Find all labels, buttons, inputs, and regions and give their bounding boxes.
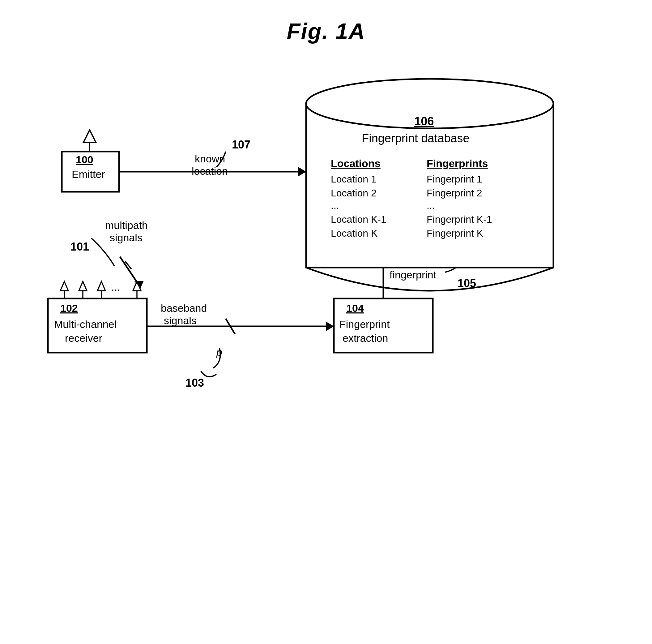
db-col-fingerprints: Fingerprints bbox=[427, 157, 488, 169]
db-row1-loc: Location 1 bbox=[331, 174, 377, 185]
db-rowk-fp: Fingerprint K bbox=[427, 228, 483, 239]
label-fingerprint: fingerprint bbox=[389, 269, 436, 281]
label-107: 107 bbox=[232, 138, 250, 151]
db-row-dots-loc: ... bbox=[331, 200, 339, 211]
db-row-dots-fp: ... bbox=[427, 200, 435, 211]
figure-title: Fig. 1A bbox=[0, 0, 652, 44]
db-rowk-loc: Location K bbox=[331, 228, 378, 239]
fp-extraction-label-2: extraction bbox=[343, 332, 388, 344]
label-multipath: multipath bbox=[105, 219, 148, 231]
svg-marker-0 bbox=[83, 130, 96, 142]
fp-extraction-id: 104 bbox=[346, 302, 364, 314]
receiver-label-1: Multi-channel bbox=[54, 318, 116, 330]
receiver-label-2: receiver bbox=[65, 332, 102, 344]
receiver-antennas: ... bbox=[60, 281, 141, 299]
db-label: Fingerprint database bbox=[362, 132, 470, 145]
known-loc-arrowhead bbox=[298, 167, 306, 176]
svg-text:...: ... bbox=[111, 281, 120, 293]
db-rowk1-loc: Location K-1 bbox=[331, 214, 386, 225]
emitter-label: Emitter bbox=[72, 168, 105, 180]
db-col-locations: Locations bbox=[331, 157, 381, 169]
db-rowk1-fp: Fingerprint K-1 bbox=[427, 214, 492, 225]
db-id: 106 bbox=[414, 115, 434, 128]
fp-extraction-label-1: Fingerprint bbox=[339, 318, 390, 330]
db-row1-fp: Fingerprint 1 bbox=[427, 174, 482, 185]
svg-marker-5 bbox=[79, 282, 87, 291]
svg-marker-7 bbox=[98, 282, 105, 291]
label-baseband-1: baseband bbox=[161, 302, 207, 314]
receiver-id: 102 bbox=[60, 302, 78, 314]
emitter-antenna bbox=[83, 130, 96, 152]
db-row2-fp: Fingerprint 2 bbox=[427, 187, 482, 199]
label-103-curve bbox=[201, 371, 216, 377]
label-101: 101 bbox=[71, 240, 89, 253]
label-103: 103 bbox=[186, 377, 204, 389]
label-known-loc-2: location bbox=[192, 165, 228, 177]
baseband-arrowhead bbox=[326, 322, 334, 331]
label-signals: signals bbox=[110, 232, 142, 243]
svg-marker-3 bbox=[60, 282, 68, 291]
emitter-id: 100 bbox=[76, 154, 93, 165]
label-baseband-2: signals bbox=[164, 315, 197, 326]
label-p: p bbox=[216, 346, 222, 358]
db-row2-loc: Location 2 bbox=[331, 187, 377, 199]
